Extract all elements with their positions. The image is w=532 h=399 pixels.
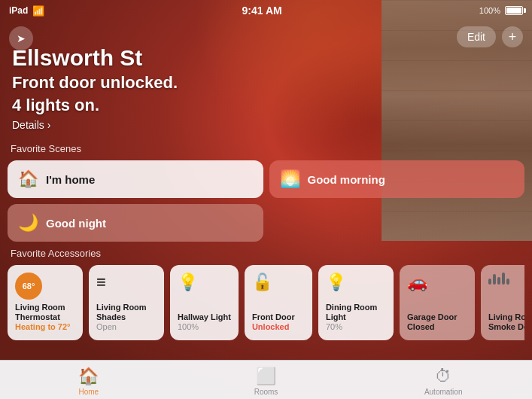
- good-morning-label: Good morning: [308, 173, 385, 186]
- automation-tab-icon: ⏱: [435, 367, 451, 386]
- battery-fill: [506, 8, 521, 14]
- accessory-garage[interactable]: 🚗 Garage Door Closed: [400, 265, 475, 340]
- accessory-shades[interactable]: ≡ Living Room Shades Open: [89, 265, 164, 340]
- home-name: Ellsworth St: [12, 45, 178, 70]
- add-button[interactable]: +: [502, 26, 523, 47]
- scene-placeholder: [269, 204, 525, 242]
- accessories-section-label: Favorite Accessories: [8, 248, 524, 259]
- automation-tab-label: Automation: [424, 388, 463, 396]
- accessory-hallway-light[interactable]: 💡 Hallway Light 100%: [170, 265, 239, 340]
- accessory-dining-light[interactable]: 💡 Dining Room Light 70%: [318, 265, 394, 340]
- front-door-status: Unlocked: [252, 322, 305, 332]
- good-night-icon: 🌙: [18, 213, 38, 233]
- details-link[interactable]: Details ›: [12, 119, 178, 131]
- content-area: Favorite Scenes 🏠 I'm home 🌅 Good mornin…: [0, 143, 532, 360]
- battery-percent: 100%: [479, 6, 500, 15]
- accessory-front-door[interactable]: 🔓 Front Door Unlocked: [245, 265, 312, 340]
- status-left: iPad 📶: [9, 5, 44, 17]
- scene-good-morning[interactable]: 🌅 Good morning: [269, 160, 525, 198]
- scenes-grid-row1: 🏠 I'm home 🌅 Good morning: [8, 160, 524, 198]
- accessory-thermostat[interactable]: 68° Living Room Thermostat Heating to 72…: [8, 265, 83, 340]
- tab-automation[interactable]: ⏱ Automation: [354, 361, 532, 399]
- status-time: 9:41 AM: [242, 5, 282, 17]
- tab-home[interactable]: 🏠 Home: [0, 361, 178, 399]
- status-bar: iPad 📶 9:41 AM 100%: [0, 0, 532, 21]
- ipad-label: iPad: [9, 5, 28, 16]
- front-door-icon: 🔓: [252, 273, 305, 292]
- shades-status: Open: [96, 322, 157, 332]
- accessory-smoke[interactable]: Living Room Smoke Dete...: [481, 265, 524, 340]
- hallway-light-icon: 💡: [178, 273, 231, 292]
- garage-icon: 🚗: [407, 273, 467, 292]
- home-tab-icon: 🏠: [78, 367, 99, 386]
- rooms-tab-icon: ⬜: [256, 367, 276, 386]
- tab-bar: 🏠 Home ⬜ Rooms ⏱ Automation: [0, 360, 532, 399]
- rooms-tab-label: Rooms: [254, 388, 278, 396]
- thermostat-status: Heating to 72°: [15, 322, 75, 332]
- top-right-buttons: Edit +: [457, 26, 523, 47]
- smoke-name: Living Room Smoke Dete...: [488, 312, 524, 332]
- edit-button[interactable]: Edit: [457, 26, 496, 47]
- im-home-label: I'm home: [46, 173, 95, 186]
- thermostat-name: Living Room Thermostat: [15, 303, 75, 322]
- thermostat-circle: 68°: [15, 273, 42, 300]
- battery-icon: [505, 6, 523, 15]
- status-right: 100%: [479, 6, 523, 15]
- dining-light-status: 70%: [326, 322, 386, 332]
- dining-light-name: Dining Room Light: [326, 303, 386, 322]
- tab-rooms[interactable]: ⬜ Rooms: [178, 361, 355, 399]
- garage-name: Garage Door Closed: [407, 312, 467, 332]
- wifi-icon: 📶: [32, 5, 44, 17]
- scene-good-night[interactable]: 🌙 Good night: [8, 204, 263, 242]
- front-door-name: Front Door: [252, 312, 305, 322]
- accessories-grid: 68° Living Room Thermostat Heating to 72…: [8, 265, 524, 340]
- im-home-icon: 🏠: [18, 169, 38, 189]
- scenes-section-label: Favorite Scenes: [8, 143, 524, 154]
- home-status-line2: 4 lights on.: [12, 96, 178, 115]
- good-night-label: Good night: [46, 217, 106, 230]
- shades-name: Living Room Shades: [96, 303, 157, 322]
- good-morning-icon: 🌅: [280, 169, 300, 189]
- home-status-line1: Front door unlocked.: [12, 73, 178, 93]
- dining-light-icon: 💡: [326, 273, 386, 292]
- plus-icon: +: [509, 29, 517, 45]
- shades-icon: ≡: [96, 273, 157, 292]
- hallway-light-name: Hallway Light: [178, 312, 231, 322]
- home-title-area: Ellsworth St Front door unlocked. 4 ligh…: [12, 45, 178, 131]
- smoke-icon: [488, 273, 524, 285]
- scene-im-home[interactable]: 🏠 I'm home: [8, 160, 263, 198]
- hallway-light-status: 100%: [178, 322, 231, 332]
- home-tab-label: Home: [78, 388, 99, 396]
- location-icon: ➤: [17, 32, 26, 44]
